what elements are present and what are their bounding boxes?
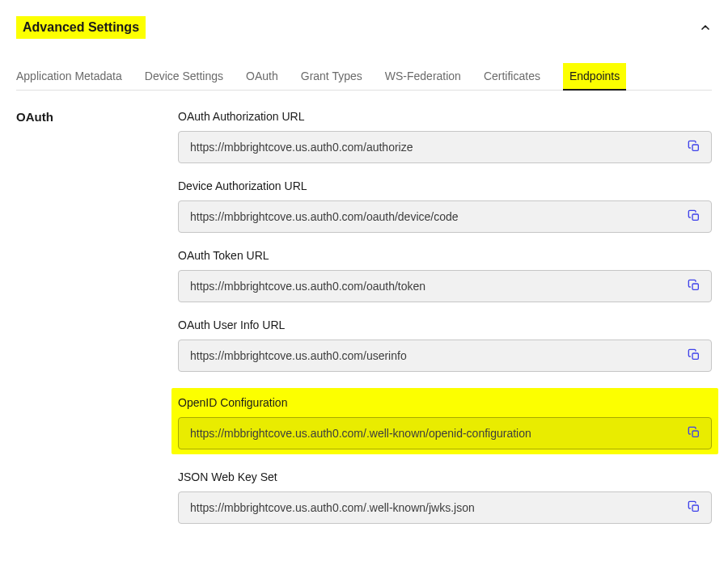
field-label: OAuth User Info URL [178,318,712,331]
field-oauth-token-url: OAuth Token URL [178,249,712,302]
copy-button[interactable] [684,137,704,157]
copy-icon [688,279,700,294]
field-label: Device Authorization URL [178,179,712,192]
field-input-wrap [178,131,712,163]
svg-rect-3 [692,353,698,359]
tab-application-metadata[interactable]: Application Metadata [16,63,122,91]
svg-rect-5 [692,505,698,511]
field-oauth-user-info-url: OAuth User Info URL [178,318,712,372]
chevron-up-icon [699,21,712,34]
left-column: OAuth [16,110,162,540]
field-oauth-authorization-url: OAuth Authorization URL [178,110,712,163]
copy-icon [688,348,700,364]
field-label: JSON Web Key Set [178,470,712,483]
svg-rect-0 [692,145,698,150]
field-input-wrap [178,417,712,449]
field-input[interactable] [178,491,712,524]
field-input-wrap [178,200,712,233]
section-heading: OAuth [16,110,162,124]
field-label: OAuth Authorization URL [178,110,712,123]
copy-icon [688,209,700,225]
tab-ws-federation[interactable]: WS-Federation [385,63,461,91]
tab-oauth[interactable]: OAuth [246,63,278,91]
svg-rect-1 [692,214,698,220]
content: OAuth OAuth Authorization URL Device Aut… [16,110,712,540]
field-input-wrap [178,491,712,524]
section-header[interactable]: Advanced Settings [16,16,712,39]
field-input[interactable] [178,417,712,449]
copy-icon [688,426,700,441]
field-label: OAuth Token URL [178,249,712,262]
svg-rect-4 [692,431,698,437]
tabs: Application Metadata Device Settings OAu… [16,63,712,91]
tab-endpoints[interactable]: Endpoints [563,63,626,91]
section-title: Advanced Settings [16,16,146,39]
field-json-web-key-set: JSON Web Key Set [178,470,712,524]
copy-icon [688,140,700,155]
tab-device-settings[interactable]: Device Settings [145,63,223,91]
field-openid-configuration: OpenID Configuration [171,388,718,454]
copy-button[interactable] [684,346,704,365]
field-input[interactable] [178,131,712,163]
right-column: OAuth Authorization URL Device Authoriza… [178,110,712,540]
field-input[interactable] [178,340,712,372]
field-label: OpenID Configuration [178,396,712,409]
field-input-wrap [178,340,712,372]
copy-button[interactable] [684,424,704,443]
copy-icon [688,500,700,516]
copy-button[interactable] [684,276,704,296]
svg-rect-2 [692,284,698,289]
copy-button[interactable] [684,498,704,517]
tab-grant-types[interactable]: Grant Types [301,63,362,91]
copy-button[interactable] [684,207,704,226]
field-input-wrap [178,270,712,302]
field-device-authorization-url: Device Authorization URL [178,179,712,233]
field-input[interactable] [178,270,712,302]
tab-certificates[interactable]: Certificates [484,63,540,91]
field-input[interactable] [178,200,712,233]
